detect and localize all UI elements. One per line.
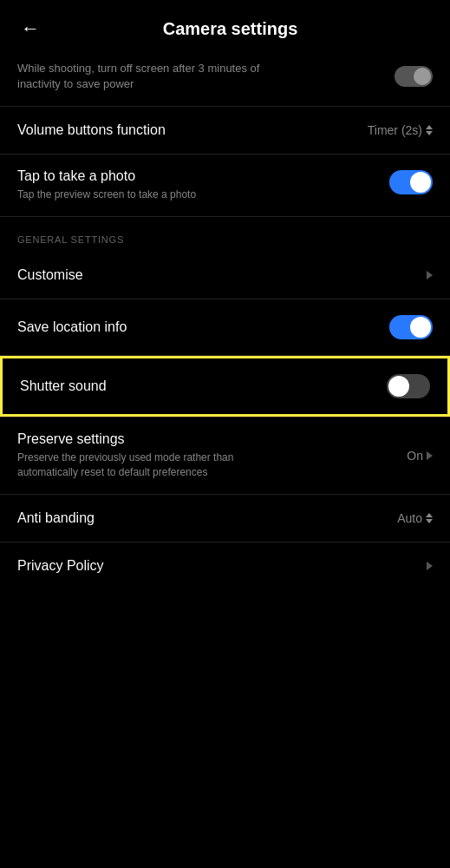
preserve-settings-row[interactable]: Preserve settings Preserve the previousl… [0,418,450,494]
preserve-chevron-icon [427,451,433,460]
power-save-row: While shooting, turn off screen after 3 … [0,54,450,106]
tap-to-take-label-group: Tap to take a photo Tap the preview scre… [17,168,196,202]
volume-buttons-row[interactable]: Volume buttons function Timer (2s) [0,107,450,154]
privacy-policy-chevron-icon [427,562,433,570]
tap-to-take-sublabel: Tap the preview screen to take a photo [17,187,196,202]
section-header-label: GENERAL SETTINGS [17,234,433,245]
preserve-value: On [407,449,433,463]
shutter-sound-label: Shutter sound [20,378,107,394]
save-location-toggle[interactable] [389,315,433,339]
customise-label: Customise [17,267,83,283]
anti-banding-row[interactable]: Anti banding Auto [0,495,450,542]
power-save-toggle[interactable] [395,66,433,87]
anti-banding-label: Anti banding [17,510,95,526]
shutter-sound-toggle[interactable] [387,374,430,398]
preserve-sublabel: Preserve the previously used mode rather… [17,450,277,480]
volume-buttons-value: Timer (2s) [368,123,433,137]
volume-buttons-label: Volume buttons function [17,122,166,138]
page-title: Camera settings [54,19,407,39]
spinner-icon [426,125,433,135]
tap-to-take-label: Tap to take a photo [17,168,196,184]
customise-row[interactable]: Customise [0,252,450,299]
preserve-label-group: Preserve settings Preserve the previousl… [17,431,303,480]
header: ← Camera settings [0,0,450,54]
privacy-policy-label: Privacy Policy [17,558,104,574]
anti-banding-spinner-icon [426,513,433,523]
save-location-row: Save location info [0,299,450,355]
chevron-right-icon [427,271,433,279]
back-button[interactable]: ← [17,14,43,43]
anti-banding-value: Auto [397,511,433,525]
tap-to-take-row: Tap to take a photo Tap the preview scre… [0,155,450,216]
power-save-label: While shooting, turn off screen after 3 … [17,61,277,92]
shutter-sound-row: Shutter sound [0,356,450,417]
tap-to-take-toggle[interactable] [389,170,433,194]
preserve-label: Preserve settings [17,431,303,447]
general-settings-section: GENERAL SETTINGS [0,217,450,252]
privacy-policy-row[interactable]: Privacy Policy [0,542,450,589]
save-location-label: Save location info [17,319,127,335]
